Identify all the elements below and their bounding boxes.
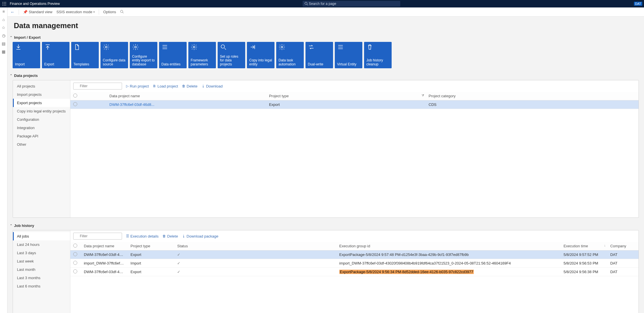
favorite-icon[interactable]: ☆ xyxy=(1,25,6,30)
nav-rail: ≡ ⌂ ☆ ◷ ▤ ▦ xyxy=(0,7,7,313)
tile-job-history-cleanup[interactable]: Job history cleanup xyxy=(364,42,392,68)
svg-rect-6 xyxy=(3,5,3,5)
company-badge[interactable]: DAT xyxy=(634,2,642,6)
column-data-project-name[interactable]: Data project name xyxy=(107,92,266,100)
sidebar-item[interactable]: Last 24 hours xyxy=(13,240,70,249)
ssis-execution-mode-button[interactable]: SSIS execution mode ▾ xyxy=(56,10,95,14)
tile-setup-roles[interactable]: Set up roles for data projects xyxy=(218,42,245,68)
data-projects-filter-input[interactable] xyxy=(73,83,122,90)
radio-icon[interactable] xyxy=(73,102,77,106)
radio-icon[interactable] xyxy=(73,252,77,256)
column-execution-time[interactable]: Execution time↓ xyxy=(561,242,608,250)
sidebar-item[interactable]: All projects xyxy=(13,82,70,90)
svg-rect-8 xyxy=(5,5,6,5)
sidebar-item[interactable]: Export projects xyxy=(13,99,70,107)
recent-icon[interactable]: ◷ xyxy=(1,33,6,38)
column-label: Execution time xyxy=(564,244,588,248)
page-search-icon[interactable] xyxy=(120,10,124,14)
column-data-project-name[interactable]: Data project name xyxy=(81,242,128,250)
sidebar-item[interactable]: Last month xyxy=(13,265,70,274)
cell-exec-group: import_DWM-37ffc6ef-03df-43020f398408b4b… xyxy=(336,259,561,268)
column-project-type[interactable]: Project type xyxy=(128,242,175,250)
column-company[interactable]: Company xyxy=(607,242,639,250)
column-label: Status xyxy=(177,244,188,248)
column-select[interactable] xyxy=(70,92,107,100)
section-import-export[interactable]: ⌃ Import / Export xyxy=(10,35,639,40)
sidebar-item[interactable]: All jobs xyxy=(13,232,70,240)
standard-view-button[interactable]: 📌 Standard view xyxy=(23,10,52,14)
tile-data-task-automation[interactable]: Data task automation xyxy=(276,42,304,68)
tile-templates[interactable]: Templates xyxy=(71,42,99,68)
tile-copy-into-legal-entity[interactable]: Copy into legal entity xyxy=(247,42,274,68)
setup-roles-icon xyxy=(220,44,243,52)
pin-icon: 📌 xyxy=(23,10,28,14)
column-execution-group[interactable]: Execution group id xyxy=(336,242,561,250)
tile-import[interactable]: Import xyxy=(13,42,40,68)
sidebar-item[interactable]: Last 3 months xyxy=(13,274,70,282)
tile-configure-entity-export[interactable]: Configure entity export to database xyxy=(130,42,157,68)
options-button[interactable]: Options xyxy=(103,10,116,14)
delete-job-label: Delete xyxy=(167,234,178,238)
tile-export[interactable]: Export xyxy=(42,42,69,68)
tile-virtual-entity[interactable]: Virtual Entity xyxy=(335,42,362,68)
column-status[interactable]: Status xyxy=(174,242,336,250)
workspaces-icon[interactable]: ▦ xyxy=(1,49,6,54)
data-projects-panel: All projectsImport projectsExport projec… xyxy=(13,80,639,218)
download-icon: ⭳ xyxy=(202,84,205,88)
download-button[interactable]: ⭳Download xyxy=(202,84,223,88)
sidebar-item[interactable]: Last 6 months xyxy=(13,282,70,290)
hamburger-icon[interactable]: ≡ xyxy=(1,9,6,14)
column-select[interactable] xyxy=(70,242,81,250)
column-project-category[interactable]: Project category xyxy=(426,92,639,100)
app-launcher-icon[interactable] xyxy=(2,1,7,6)
tile-configure-data-source[interactable]: Configure data source xyxy=(100,42,128,68)
cell-company: DAT xyxy=(607,259,639,268)
table-row[interactable]: DWM-37ffc6ef-03df-46d8...Export✓ExportPa… xyxy=(70,268,639,276)
data-projects-sidebar: All projectsImport projectsExport projec… xyxy=(13,80,70,217)
radio-icon[interactable] xyxy=(73,261,77,265)
column-project-type[interactable]: Project type⧩ xyxy=(266,92,426,100)
global-search-input[interactable] xyxy=(303,1,400,7)
cell-name[interactable]: DWM-37ffc6ef-03df-46d8... xyxy=(107,100,266,109)
download-label: Download xyxy=(206,84,223,88)
tile-data-entities[interactable]: Data entities xyxy=(159,42,187,68)
sort-desc-icon[interactable]: ↓ xyxy=(604,244,606,247)
sidebar-item[interactable]: Last 3 days xyxy=(13,249,70,257)
table-row[interactable]: import_DWM-37ffc6ef-03...Import✓import_D… xyxy=(70,259,639,268)
home-icon[interactable]: ⌂ xyxy=(1,17,6,22)
section-job-history[interactable]: ⌃ Job history xyxy=(10,223,639,228)
sidebar-item[interactable]: Integration xyxy=(13,124,70,132)
delete-job-button[interactable]: 🗑Delete xyxy=(163,234,178,238)
cell-name: DWM-37ffc6ef-03df-46d8... xyxy=(81,250,128,259)
section-data-projects[interactable]: ⌃ Data projects xyxy=(10,73,639,78)
run-project-button[interactable]: ▷Run project xyxy=(126,84,149,88)
filter-funnel-icon[interactable]: ⧩ xyxy=(421,94,424,97)
svg-line-10 xyxy=(307,4,308,5)
column-label: Project type xyxy=(131,244,150,248)
table-row[interactable]: DWM-37ffc6ef-03df-46d8...ExportCDS xyxy=(70,100,639,109)
sidebar-item[interactable]: Import projects xyxy=(13,90,70,99)
sidebar-item[interactable]: Configuration xyxy=(13,115,70,124)
job-history-filter-input[interactable] xyxy=(73,233,122,240)
modules-icon[interactable]: ▤ xyxy=(1,41,6,46)
execution-details-button[interactable]: ☰Execution details xyxy=(126,234,158,238)
back-button[interactable]: ← xyxy=(10,9,15,14)
sidebar-item[interactable]: Package API xyxy=(13,132,70,140)
check-icon: ✓ xyxy=(177,252,180,257)
standard-view-label: Standard view xyxy=(29,10,52,14)
section-data-projects-label: Data projects xyxy=(14,73,38,78)
sidebar-item[interactable]: Last week xyxy=(13,257,70,265)
tile-label: Configure entity export to database xyxy=(132,55,155,67)
sidebar-item[interactable]: Other xyxy=(13,140,70,149)
delete-project-button[interactable]: 🗑Delete xyxy=(182,84,198,88)
download-package-button[interactable]: ⭳Download package xyxy=(182,234,218,238)
sidebar-item[interactable]: Copy into legal entity projects xyxy=(13,107,70,115)
section-job-history-label: Job history xyxy=(14,223,34,228)
radio-icon[interactable] xyxy=(73,269,77,273)
tile-framework-parameters[interactable]: Framework parameters xyxy=(188,42,216,68)
load-project-button[interactable]: 🗎Load project xyxy=(153,84,178,88)
table-row[interactable]: DWM-37ffc6ef-03df-46d8...Export✓ExportPa… xyxy=(70,250,639,259)
svg-point-13 xyxy=(105,46,107,48)
tile-dual-write[interactable]: Dual-write xyxy=(305,42,333,68)
job-history-grid: Data project name Project type Status Ex… xyxy=(70,242,639,276)
